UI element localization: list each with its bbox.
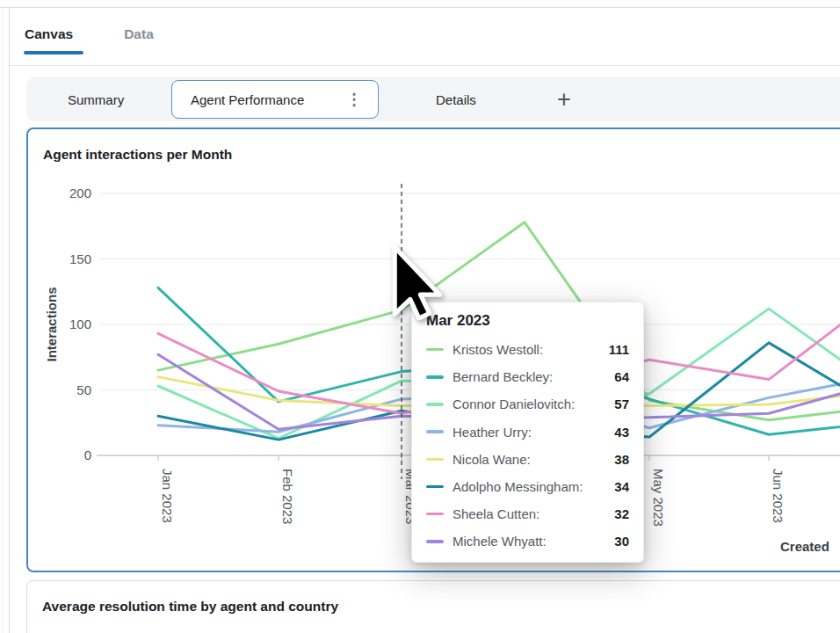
series-swatch-icon — [426, 403, 444, 406]
series-swatch-icon — [426, 458, 444, 462]
active-tab-underline — [24, 51, 83, 55]
series-value: 111 — [609, 342, 629, 357]
created-attribution-label: Created — [780, 539, 829, 554]
series-swatch-icon — [426, 485, 444, 489]
x-tick-label: Feb 2023 — [280, 469, 295, 524]
tooltip-row: Sheela Cutten:32 — [426, 500, 629, 528]
x-tick-label: Jan 2023 — [160, 469, 175, 523]
series-name: Heather Urry: — [453, 425, 614, 440]
tab-data[interactable]: Data — [124, 26, 154, 55]
series-value: 64 — [614, 369, 629, 384]
y-tick-label: 150 — [69, 251, 91, 266]
series-value: 38 — [614, 452, 629, 467]
series-name: Kristos Westoll: — [453, 342, 609, 357]
x-tick-label: May 2023 — [651, 469, 666, 527]
series-swatch-icon — [426, 348, 444, 352]
canvas-tab-strip: Summary Agent Performance ⋮ Details + — [26, 77, 840, 121]
resolution-time-title: Average resolution time by agent and cou… — [42, 599, 338, 615]
y-tick-label: 0 — [84, 447, 91, 462]
add-tab-button[interactable]: + — [548, 77, 580, 121]
tab-agent-performance[interactable]: Agent Performance ⋮ — [171, 80, 379, 119]
tab-bar-divider — [10, 65, 840, 66]
series-value: 43 — [614, 425, 629, 440]
tooltip-row: Kristos Westoll:111 — [426, 336, 629, 363]
tooltip-row: Adolpho Messingham:34 — [426, 473, 629, 500]
series-name: Adolpho Messingham: — [453, 479, 614, 494]
mouse-cursor-icon — [392, 244, 443, 320]
tooltip-title: Mar 2023 — [426, 312, 629, 330]
panel-left-border — [9, 7, 10, 633]
y-tick-label: 50 — [76, 382, 91, 397]
series-name: Sheela Cutten: — [453, 506, 614, 521]
series-name: Nicola Wane: — [453, 452, 614, 467]
y-tick-label: 100 — [69, 316, 91, 331]
outer-edge-line — [3, 7, 4, 633]
chart-tooltip: Mar 2023 Kristos Westoll:111Bernard Beck… — [411, 302, 644, 563]
tooltip-row: Nicola Wane:38 — [426, 446, 629, 473]
tooltip-row: Connor Danielovitch:57 — [426, 390, 629, 418]
x-tick-label: Jun 2023 — [771, 469, 786, 523]
series-name: Bernard Beckley: — [453, 369, 614, 384]
series-swatch-icon — [426, 540, 444, 543]
series-value: 32 — [614, 506, 629, 521]
y-tick-label: 200 — [69, 186, 91, 200]
y-axis-title: Interactions — [44, 287, 59, 361]
tab-canvas-label: Canvas — [25, 26, 73, 41]
series-swatch-icon — [426, 430, 444, 433]
series-swatch-icon — [426, 375, 444, 379]
tab-agent-performance-label: Agent Performance — [191, 92, 304, 107]
main-tab-bar: Canvas Data — [25, 26, 154, 55]
tooltip-row: Heather Urry:43 — [426, 418, 629, 446]
resolution-time-card[interactable]: Average resolution time by agent and cou… — [26, 580, 840, 633]
tooltip-row: Bernard Beckley:64 — [426, 363, 629, 390]
tab-summary[interactable]: Summary — [52, 92, 140, 107]
series-value: 57 — [614, 397, 629, 411]
tooltip-row: Michele Whyatt:30 — [426, 528, 629, 555]
series-name: Connor Danielovitch: — [453, 397, 614, 411]
series-name: Michele Whyatt: — [453, 534, 614, 549]
kebab-menu-icon[interactable]: ⋮ — [343, 88, 366, 111]
series-value: 34 — [614, 479, 629, 494]
panel-top-border — [0, 7, 840, 8]
app-window: Canvas Data Summary Agent Performance ⋮ … — [0, 0, 840, 633]
tooltip-rows: Kristos Westoll:111Bernard Beckley:64Con… — [426, 336, 629, 556]
tab-data-label: Data — [124, 26, 154, 41]
series-swatch-icon — [426, 513, 444, 516]
series-value: 30 — [614, 534, 629, 549]
tab-details[interactable]: Details — [420, 92, 492, 107]
tab-canvas[interactable]: Canvas — [25, 26, 73, 55]
